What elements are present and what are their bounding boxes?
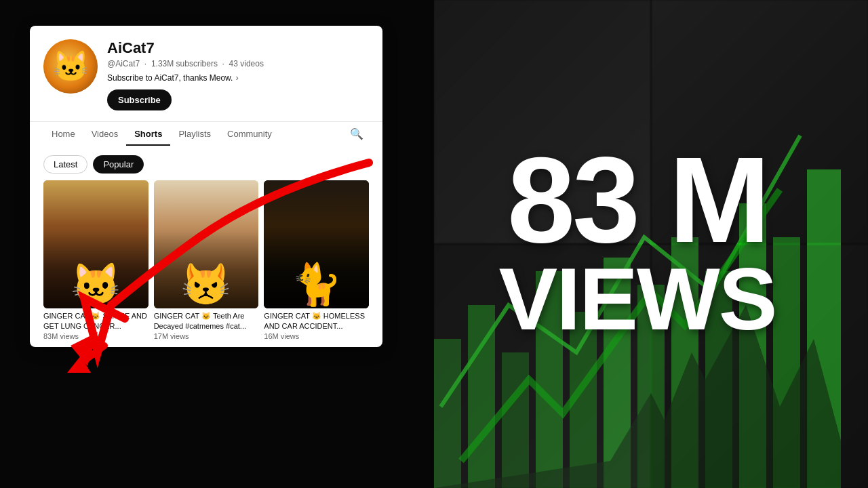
video-thumb-2: 😾 <box>154 180 259 308</box>
nav-home[interactable]: Home <box>43 122 83 146</box>
video-views-2: 17M views <box>154 332 259 340</box>
filter-row: Latest Popular <box>43 146 369 180</box>
channel-handle: @AiCat7 <box>107 59 140 68</box>
right-side-stats: 83 M VIEWS <box>407 0 868 488</box>
channel-meta: @AiCat7 · 1.33M subscribers · 43 videos <box>107 59 369 68</box>
video-item-3[interactable]: 🐈 GINGER CAT 🐱 HOMELESS AND CAR ACCIDENT… <box>264 180 369 340</box>
filter-latest[interactable]: Latest <box>43 155 87 174</box>
nav-shorts[interactable]: Shorts <box>126 122 170 146</box>
video-thumb-3: 🐈 <box>264 180 369 308</box>
channel-header: 🐱 AiCat7 @AiCat7 · 1.33M subscribers · 4… <box>43 39 369 110</box>
nav-community[interactable]: Community <box>219 122 280 146</box>
video-views-3: 16M views <box>264 332 369 340</box>
expand-icon: › <box>235 73 238 83</box>
video-grid: 🐱 GINGER CAT 🐱 SMOKE AND GET LUNG CANCER… <box>43 180 369 347</box>
channel-name: AiCat7 <box>107 39 369 57</box>
filter-popular[interactable]: Popular <box>93 155 144 174</box>
video-views-1: 83M views <box>43 332 149 340</box>
channel-avatar: 🐱 <box>43 39 98 94</box>
nav-videos[interactable]: Videos <box>83 122 127 146</box>
channel-card: 🐱 AiCat7 @AiCat7 · 1.33M subscribers · 4… <box>30 26 382 347</box>
video-item-1[interactable]: 🐱 GINGER CAT 🐱 SMOKE AND GET LUNG CANCER… <box>43 180 149 340</box>
channel-description: Subscribe to AiCat7, thanks Meow. › <box>107 73 369 83</box>
channel-nav: Home Videos Shorts Playlists Community 🔍 <box>30 121 382 146</box>
video-title-3: GINGER CAT 🐱 HOMELESS AND CAR ACCIDENT..… <box>264 311 369 331</box>
views-number: 83 M <box>507 145 768 255</box>
video-title-2: GINGER CAT 🐱 Teeth Are Decayed #catmemes… <box>154 311 259 331</box>
subscribe-button[interactable]: Subscribe <box>107 89 172 110</box>
video-thumb-1: 🐱 <box>43 180 149 308</box>
channel-video-count: 43 videos <box>229 59 264 68</box>
video-item-2[interactable]: 😾 GINGER CAT 🐱 Teeth Are Decayed #catmem… <box>154 180 259 340</box>
views-label: VIEWS <box>499 255 776 343</box>
channel-info: AiCat7 @AiCat7 · 1.33M subscribers · 43 … <box>107 39 369 110</box>
search-icon[interactable]: 🔍 <box>344 122 369 146</box>
nav-playlists[interactable]: Playlists <box>170 122 219 146</box>
channel-subscribers: 1.33M subscribers <box>151 59 218 68</box>
video-title-1: GINGER CAT 🐱 SMOKE AND GET LUNG CANCER..… <box>43 311 149 331</box>
